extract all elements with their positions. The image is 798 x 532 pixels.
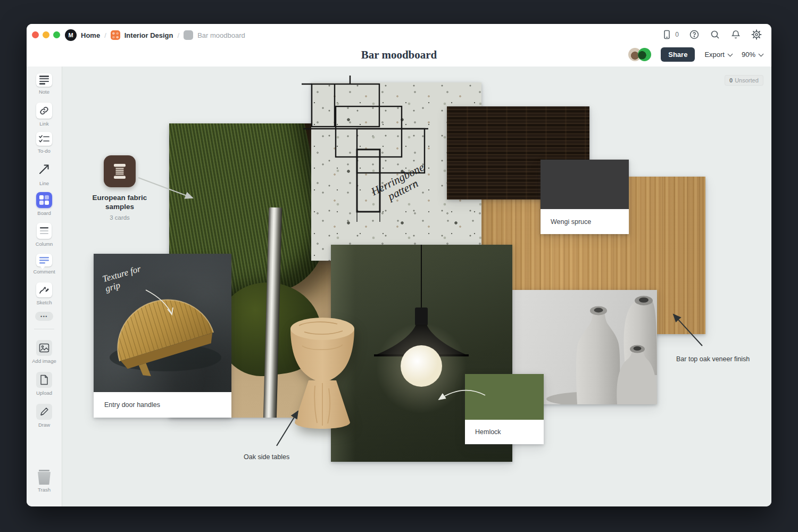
zoom-level-menu[interactable]: 90%	[742, 51, 763, 59]
tool-add-image[interactable]: Add image	[27, 340, 62, 364]
tool-draw[interactable]: Draw	[27, 404, 62, 428]
tool-column[interactable]: Column	[27, 223, 62, 247]
collaborator-avatars[interactable]	[628, 48, 651, 61]
unsorted-badge[interactable]: 0Unsorted	[725, 75, 763, 86]
hemlock-color-card[interactable]: Hemlock	[465, 374, 544, 444]
thread-spool-icon	[104, 155, 136, 187]
close-window-button[interactable]	[32, 31, 39, 38]
tool-upload[interactable]: Upload	[27, 372, 62, 396]
tool-trash[interactable]: Trash	[27, 470, 62, 493]
link-icon	[36, 103, 52, 119]
board-card-count: 3 cards	[110, 214, 130, 221]
tool-note[interactable]: Note	[27, 73, 62, 95]
app-window: M Home / Interior Design / Bar moodboard…	[27, 24, 771, 506]
column-icon	[37, 223, 52, 239]
minimize-window-button[interactable]	[43, 31, 49, 38]
tool-more[interactable]: •••	[27, 312, 62, 321]
tool-todo[interactable]: To-do	[27, 132, 62, 154]
mobile-device-icon[interactable]	[661, 29, 672, 40]
breadcrumb-home[interactable]: Home	[81, 31, 100, 39]
more-options-icon: •••	[35, 312, 53, 321]
upload-file-icon	[36, 372, 52, 388]
app-logo-icon[interactable]: M	[65, 29, 77, 41]
search-icon[interactable]	[710, 29, 720, 40]
help-icon[interactable]	[689, 29, 700, 40]
bar-top-annotation[interactable]: Bar top oak veneer finish	[676, 355, 750, 363]
draw-pencil-icon	[36, 404, 52, 420]
add-image-icon	[36, 340, 52, 356]
fabric-samples-board-card[interactable]: European fabric samples 3 cards	[77, 155, 162, 221]
tool-comment[interactable]: Comment	[27, 254, 62, 275]
brass-handle-image: Texture for grip	[94, 254, 231, 392]
stool-illustration	[278, 314, 368, 430]
export-menu[interactable]: Export	[704, 51, 732, 59]
breadcrumb: M Home / Interior Design / Bar moodboard	[65, 29, 245, 41]
moodboard-canvas[interactable]: 0Unsorted Herringbone	[62, 66, 771, 506]
wengi-spruce-swatch	[541, 160, 629, 209]
todo-icon	[36, 132, 52, 146]
wengi-spruce-color-card[interactable]: Wengi spruce	[541, 160, 629, 234]
share-button[interactable]: Share	[661, 47, 695, 62]
oak-stool-image[interactable]	[278, 314, 368, 430]
card-caption: Entry door handles	[94, 392, 231, 418]
project-icon[interactable]	[111, 30, 120, 40]
trash-icon	[37, 470, 51, 485]
tool-link[interactable]: Link	[27, 103, 62, 127]
board-card-title: European fabric samples	[77, 194, 162, 212]
tool-board[interactable]: Board	[27, 192, 62, 216]
tool-line[interactable]: Line	[27, 162, 62, 186]
line-arrow-icon	[37, 162, 51, 178]
comment-icon	[36, 254, 52, 267]
breadcrumb-project[interactable]: Interior Design	[124, 31, 173, 39]
board-icon	[184, 30, 193, 40]
tool-sidebar: Note Link To-do Line	[27, 66, 62, 506]
header: M Home / Interior Design / Bar moodboard…	[27, 24, 771, 66]
settings-gear-icon[interactable]	[751, 29, 762, 40]
breadcrumb-current: Bar moodboard	[197, 31, 245, 39]
avatar[interactable]	[638, 48, 651, 61]
board-tool-icon	[36, 192, 52, 208]
swatch-label: Wengi spruce	[541, 209, 629, 234]
hemlock-swatch	[465, 374, 544, 420]
chevron-down-icon	[728, 51, 733, 56]
swatch-label: Hemlock	[465, 420, 544, 444]
device-count: 0	[675, 31, 679, 38]
oak-side-tables-annotation[interactable]: Oak side tables	[244, 453, 289, 461]
maximize-window-button[interactable]	[53, 31, 60, 38]
window-controls	[32, 31, 60, 38]
breadcrumb-separator: /	[104, 31, 106, 39]
chevron-down-icon	[759, 51, 764, 56]
toolbar-divider	[34, 329, 54, 329]
breadcrumb-separator: /	[178, 31, 180, 39]
tool-sketch[interactable]: Sketch	[27, 282, 62, 305]
notifications-bell-icon[interactable]	[730, 29, 741, 40]
sketch-icon	[36, 282, 52, 297]
entry-door-handles-card[interactable]: Texture for grip Entry door handles	[94, 254, 231, 418]
note-icon	[36, 73, 52, 87]
